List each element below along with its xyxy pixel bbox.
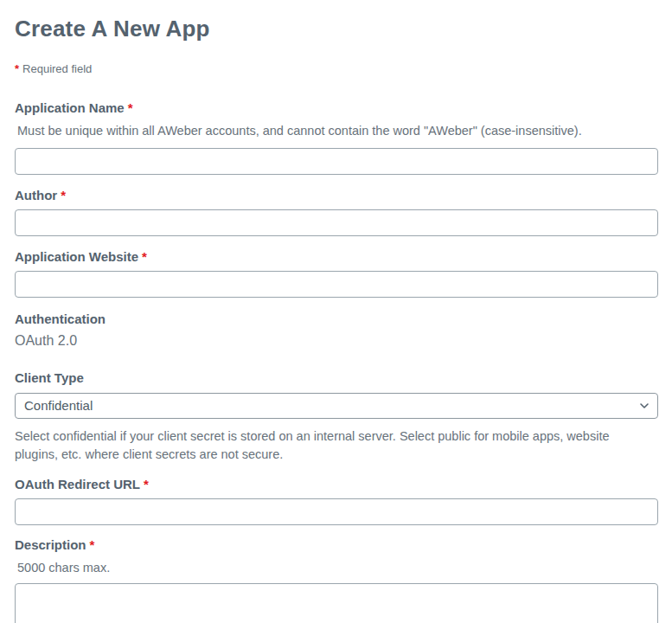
- description-help: 5000 chars max.: [17, 559, 658, 578]
- oauth-redirect-url-input[interactable]: [15, 498, 658, 525]
- authentication-label: Authentication: [15, 312, 658, 326]
- required-asterisk: *: [128, 100, 133, 115]
- application-name-help: Must be unique within all AWeber account…: [17, 122, 658, 141]
- author-input[interactable]: [15, 209, 658, 236]
- page-title: Create A New App: [15, 16, 658, 42]
- application-name-label: Application Name*: [15, 100, 658, 115]
- application-name-label-text: Application Name: [15, 100, 125, 115]
- author-label: Author*: [15, 188, 658, 202]
- description-textarea[interactable]: [15, 583, 658, 623]
- author-group: Author*: [15, 188, 658, 236]
- required-asterisk: *: [90, 537, 95, 552]
- required-asterisk: *: [142, 249, 147, 264]
- required-asterisk: *: [15, 62, 19, 75]
- application-website-label: Application Website*: [15, 249, 658, 264]
- client-type-help: Select confidential if your client secre…: [15, 427, 637, 465]
- oauth-redirect-url-group: OAuth Redirect URL*: [15, 477, 658, 525]
- client-type-group: Client Type Confidential Select confiden…: [15, 370, 658, 465]
- required-note-label: Required field: [22, 62, 92, 75]
- application-website-label-text: Application Website: [15, 249, 138, 264]
- required-field-note: *Required field: [15, 62, 658, 75]
- authentication-value: OAuth 2.0: [15, 333, 658, 349]
- application-website-input[interactable]: [15, 271, 658, 298]
- application-name-group: Application Name* Must be unique within …: [15, 100, 658, 175]
- application-website-group: Application Website*: [15, 249, 658, 298]
- required-asterisk: *: [144, 477, 149, 491]
- description-group: Description* 5000 chars max.: [15, 537, 658, 623]
- client-type-select[interactable]: Confidential: [15, 393, 658, 419]
- authentication-group: Authentication OAuth 2.0: [15, 312, 658, 349]
- description-label: Description*: [15, 537, 658, 552]
- oauth-redirect-url-label-text: OAuth Redirect URL: [15, 477, 140, 491]
- description-label-text: Description: [15, 537, 86, 552]
- client-type-label: Client Type: [15, 370, 658, 385]
- client-type-select-wrap: Confidential: [15, 393, 658, 419]
- application-name-input[interactable]: [15, 148, 658, 175]
- oauth-redirect-url-label: OAuth Redirect URL*: [15, 477, 658, 491]
- required-asterisk: *: [61, 188, 66, 202]
- author-label-text: Author: [15, 188, 57, 202]
- create-app-form: Create A New App *Required field Applica…: [0, 0, 672, 623]
